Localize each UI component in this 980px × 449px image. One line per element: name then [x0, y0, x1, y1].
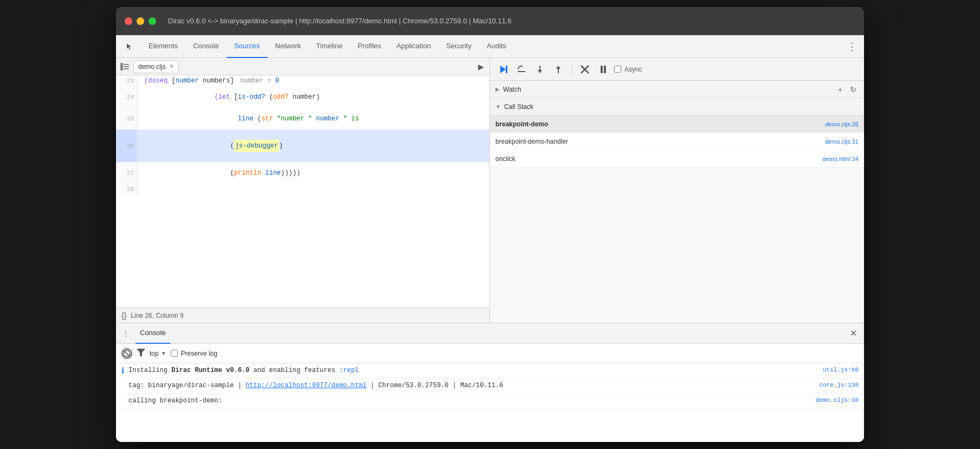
tab-application[interactable]: Application [389, 35, 439, 58]
line-number-27: 27 [116, 162, 138, 184]
callstack-name-2: onclick [495, 155, 822, 163]
console-menu-icon[interactable]: ⋮ [120, 328, 131, 339]
console-header: ⋮ Console ✕ [116, 323, 864, 344]
callstack-location-0: demo.cljs:26 [825, 121, 859, 127]
close-console-icon[interactable]: ✕ [847, 327, 860, 340]
callstack-item-2[interactable]: onclick demo.html:24 [490, 150, 864, 168]
line-number-23: 23 [116, 75, 138, 86]
preserve-log-checkbox[interactable] [171, 350, 178, 357]
maximize-button[interactable] [149, 17, 156, 25]
tab-elements[interactable]: Elements [141, 35, 185, 58]
svg-rect-13 [601, 66, 603, 73]
callstack-name-0: breakpoint-demo [495, 120, 825, 128]
tab-audits[interactable]: Audits [479, 35, 514, 58]
console-source-1[interactable]: core.js:130 [819, 382, 859, 388]
cursor-icon[interactable] [120, 39, 138, 54]
file-tab-name: demo.cljs [138, 63, 166, 70]
code-editor: 23 (doseq [number numbers] number = 0 24… [116, 75, 489, 307]
code-line-24: 24 (let [is-odd? (odd? number) [116, 86, 489, 108]
console-line-0: ℹ Installing Dirac Runtime v0.6.0 and en… [116, 363, 864, 379]
step-into-icon[interactable] [532, 62, 547, 77]
svg-rect-2 [124, 66, 129, 67]
callstack-section-header[interactable]: ▼ Call Stack [490, 98, 864, 116]
demo-link[interactable]: http://localhost:9977/demo.html [246, 382, 366, 389]
format-source-icon[interactable]: ▶ [474, 60, 487, 73]
console-text-1: tag: binaryage/dirac-sample | http://loc… [128, 381, 815, 390]
toolbar-separator [571, 64, 572, 75]
callstack-name-1: breakpoint-demo-handler [495, 138, 825, 145]
svg-marker-8 [538, 70, 542, 73]
console-source-2[interactable]: demo.cljs:30 [816, 397, 859, 403]
tab-timeline[interactable]: Timeline [308, 35, 350, 58]
watch-expand-icon: ▶ [495, 86, 500, 92]
step-over-icon[interactable] [514, 62, 529, 77]
code-content-26: (js-debugger) [138, 130, 283, 162]
callstack-item-1[interactable]: breakpoint-demo-handler demo.cljs:31 [490, 133, 864, 150]
callstack-item-0[interactable]: breakpoint-demo demo.cljs:26 [490, 116, 864, 133]
braces-icon: {} [121, 311, 126, 320]
svg-rect-1 [124, 64, 129, 65]
svg-rect-0 [120, 63, 123, 70]
sources-panel: demo.cljs ✕ ▶ 23 (doseq [number numbers] [116, 58, 490, 323]
clear-console-icon[interactable] [121, 348, 132, 359]
context-label: top [150, 350, 159, 357]
step-out-icon[interactable] [551, 62, 566, 77]
code-line-23: 23 (doseq [number numbers] number = 0 [116, 75, 489, 86]
code-content-23: (doseq [number numbers] number = 0 [138, 75, 279, 86]
tab-console[interactable]: Console [185, 35, 227, 58]
tab-sources[interactable]: Sources [227, 35, 268, 58]
deactivate-breakpoints-icon[interactable] [577, 62, 592, 77]
svg-rect-14 [604, 66, 606, 73]
async-checkbox[interactable] [614, 66, 621, 73]
svg-marker-4 [500, 66, 506, 73]
toggle-sidebar-icon[interactable] [118, 60, 131, 73]
console-filter-bar: top ▼ Preserve log [116, 344, 864, 363]
file-tab-demo-cljs[interactable]: demo.cljs ✕ [133, 60, 179, 73]
debugger-panel: Async ▶ Watch + ↻ ▼ [490, 58, 864, 323]
code-content-25: line (str "number " number " is [138, 108, 359, 130]
tab-profiles[interactable]: Profiles [350, 35, 389, 58]
console-tab[interactable]: Console [136, 323, 170, 344]
add-watch-icon[interactable]: + [835, 84, 846, 95]
code-line-27: 27 (println line))))) [116, 162, 489, 184]
window-title: Dirac v0.6.0 <-> binaryage/dirac-sample … [168, 17, 512, 25]
line-number-26: 26 [116, 130, 138, 162]
callstack-location-2: demo.html:24 [822, 156, 859, 162]
console-output: ℹ Installing Dirac Runtime v0.6.0 and en… [116, 363, 864, 442]
svg-marker-17 [137, 349, 145, 356]
tab-security[interactable]: Security [439, 35, 479, 58]
toolbar-tabs: Elements Console Sources Network Timelin… [141, 35, 514, 58]
close-button[interactable] [125, 17, 132, 25]
refresh-watch-icon[interactable]: ↻ [848, 84, 859, 95]
console-section: ⋮ Console ✕ top ▼ [116, 323, 864, 442]
pause-on-exceptions-icon[interactable] [596, 62, 611, 77]
line-number-25: 25 [116, 108, 138, 130]
minimize-button[interactable] [137, 17, 144, 25]
code-line-26: 26 (js-debugger) [116, 130, 489, 162]
code-line-25: 25 line (str "number " number " is [116, 108, 489, 130]
console-source-0[interactable]: util.js:60 [823, 367, 859, 373]
tab-network[interactable]: Network [268, 35, 309, 58]
watch-actions: + ↻ [835, 84, 859, 95]
callstack-label: Call Stack [504, 103, 533, 111]
dropdown-arrow-icon: ▼ [161, 350, 166, 356]
async-checkbox-group: Async [614, 66, 642, 73]
filter-icon[interactable] [137, 349, 145, 358]
preserve-log-group: Preserve log [171, 350, 217, 357]
more-options-icon[interactable]: ⋮ [844, 39, 860, 54]
devtools-body: demo.cljs ✕ ▶ 23 (doseq [number numbers] [116, 58, 864, 323]
code-content-27: (println line))))) [138, 162, 300, 184]
watch-section-header[interactable]: ▶ Watch + ↻ [490, 81, 864, 98]
info-icon: ℹ [121, 366, 124, 375]
code-line-28: 28 [116, 184, 489, 195]
svg-rect-3 [124, 68, 129, 69]
line-number-24: 24 [116, 86, 138, 108]
close-tab-icon[interactable]: ✕ [169, 63, 174, 70]
svg-line-16 [124, 351, 130, 356]
context-selector[interactable]: top ▼ [150, 350, 166, 357]
sources-tabs-bar: demo.cljs ✕ ▶ [116, 58, 489, 75]
callstack-list: breakpoint-demo demo.cljs:26 breakpoint-… [490, 116, 864, 168]
resume-icon[interactable] [495, 62, 511, 77]
svg-rect-5 [506, 66, 507, 73]
status-bar: {} Line 26, Column 9 [116, 307, 489, 323]
